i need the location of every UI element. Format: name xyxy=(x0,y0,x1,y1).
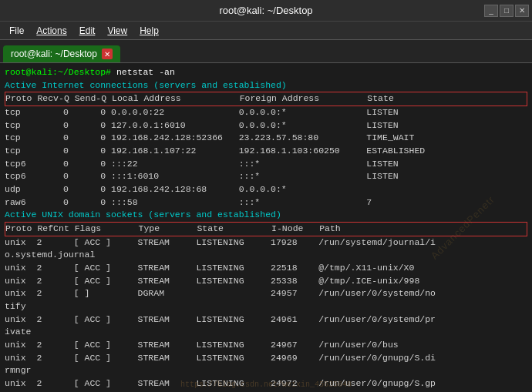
tab-bar: root@kali: ~/Desktop ✕ xyxy=(0,40,532,63)
menu-actions[interactable]: Actions xyxy=(32,24,71,38)
terminal-area: AdvancedPenetr root@kali:~/Desktop# nets… xyxy=(0,63,532,392)
inet-row-2: tcp 0 0 127.0.0.1:6010 0.0.0.0:* LISTEN xyxy=(5,120,399,130)
menu-edit[interactable]: Edit xyxy=(75,24,100,38)
command-text: netstat -an xyxy=(111,67,175,77)
tab-label: root@kali: ~/Desktop xyxy=(11,49,97,59)
unix-row-6: unix 2 [ ACC ] STREAM LISTENING 24967 /r… xyxy=(5,340,399,350)
menu-help[interactable]: Help xyxy=(135,24,163,38)
unix-row-7: unix 2 [ ACC ] STREAM LISTENING 24969 /r… xyxy=(5,353,436,363)
unix-row-2: unix 2 [ ACC ] STREAM LISTENING 22518 @/… xyxy=(5,263,414,273)
tab-desktop[interactable]: root@kali: ~/Desktop ✕ xyxy=(3,45,120,62)
menu-view[interactable]: View xyxy=(103,24,132,38)
unix-row-1: unix 2 [ ACC ] STREAM LISTENING 17928 /r… xyxy=(5,237,436,247)
inet-table-header: Proto Recv-Q Send-Q Local Address Foreig… xyxy=(5,92,527,106)
inet-row-7: udp 0 0 192.168.242.128:68 0.0.0.0:* xyxy=(5,184,287,194)
unix-row-3: unix 2 [ ACC ] STREAM LISTENING 25338 @/… xyxy=(5,276,419,286)
maximize-button[interactable]: □ xyxy=(500,5,513,17)
section2-header: Active UNIX domain sockets (servers and … xyxy=(5,209,281,219)
unix-row-5: unix 2 [ ACC ] STREAM LISTENING 24961 /r… xyxy=(5,314,436,324)
terminal-content: root@kali:~/Desktop# netstat -an Active … xyxy=(0,63,532,392)
minimize-button[interactable]: _ xyxy=(484,5,498,17)
window-controls: _ □ ✕ xyxy=(484,5,529,17)
prompt-line: root@kali:~/Desktop# xyxy=(5,67,111,77)
unix-row-4: unix 2 [ ] DGRAM 24957 /run/user/0/syste… xyxy=(5,288,436,298)
inet-row-3: tcp 0 0 192.168.242.128:52366 23.223.57.… xyxy=(5,132,414,142)
menu-bar: File Actions Edit View Help xyxy=(0,22,532,40)
inet-row-1: tcp 0 0 0.0.0.0:22 0.0.0.0:* LISTEN xyxy=(5,107,399,117)
title-bar: root@kali: ~/Desktop _ □ ✕ xyxy=(0,0,532,22)
inet-row-6: tcp6 0 0 :::1:6010 :::* LISTEN xyxy=(5,171,399,181)
unix-table-header: Proto RefCnt Flags Type State I-Node Pat… xyxy=(5,222,527,236)
menu-file[interactable]: File xyxy=(5,24,29,38)
section1-header: Active Internet connections (servers and… xyxy=(5,80,287,90)
unix-row-5b: ivate xyxy=(5,327,32,337)
tab-close-button[interactable]: ✕ xyxy=(102,49,113,59)
inet-row-4: tcp 0 0 192.168.1.107:22 192.168.1.103:6… xyxy=(5,146,425,156)
unix-row-4b: tify xyxy=(5,301,26,311)
window-title: root@kali: ~/Desktop xyxy=(219,5,312,16)
inet-row-5: tcp6 0 0 :::22 :::* LISTEN xyxy=(5,159,399,169)
unix-row-7b: rmngr xyxy=(5,365,32,375)
terminal-window: root@kali: ~/Desktop _ □ ✕ File Actions … xyxy=(0,0,532,392)
inet-row-8: raw6 0 0 :::58 :::* 7 xyxy=(5,197,372,207)
terminal-output: root@kali:~/Desktop# netstat -an Active … xyxy=(5,66,527,390)
unix-row-1b: o.systemd.journal xyxy=(5,250,95,260)
bottom-url: https://blog.csdn.net/weixin_45635848 xyxy=(180,380,352,389)
close-button[interactable]: ✕ xyxy=(515,5,529,17)
